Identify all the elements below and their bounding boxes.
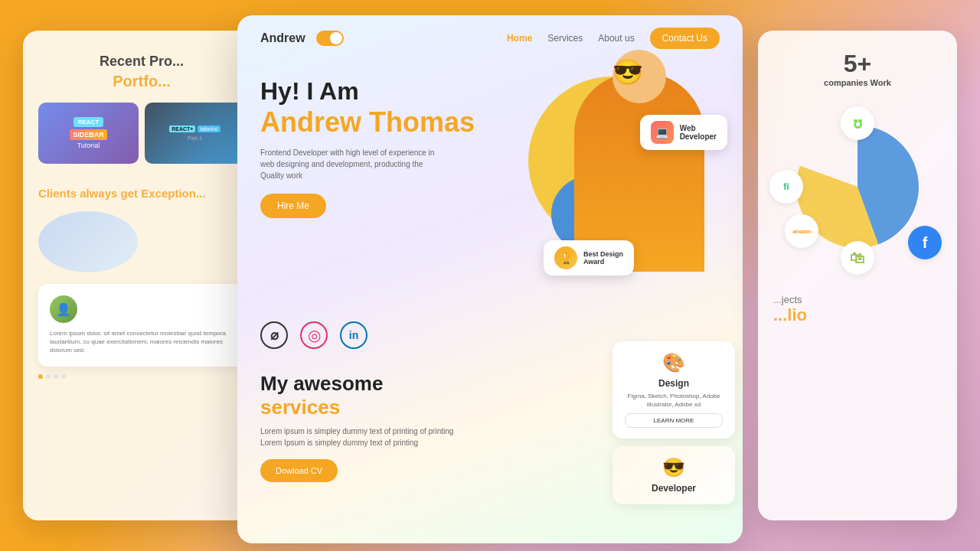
- nav-toggle[interactable]: [316, 31, 344, 46]
- portfolio-label: ...lio: [773, 305, 942, 325]
- sidebar-label: SIDEBAR: [70, 129, 107, 140]
- right-card: 5+ companies Work ʊ fi amazon f: [758, 31, 957, 520]
- person-figure: [567, 57, 712, 272]
- company-logos-section: ʊ fi amazon f 🛍: [773, 103, 942, 271]
- dot-4[interactable]: [61, 374, 66, 379]
- amazon-logo: amazon: [785, 214, 818, 248]
- shopify-logo: 🛍: [841, 241, 874, 275]
- left-card: Recent Pro... Portfo... REACT SIDEBAR Tu…: [23, 31, 260, 520]
- testimonial-avatar: 👤: [50, 295, 77, 323]
- design-desc: Figma, Sketch, Photoshop, Adobe Illustra…: [625, 392, 723, 409]
- fiverr-logo: fi: [769, 170, 803, 204]
- thumbnail-1[interactable]: REACT SIDEBAR Tutorial: [38, 103, 139, 164]
- hero-section: Hy! I Am Andrew Thomas Frontend Develope…: [237, 61, 743, 306]
- dot-1[interactable]: [38, 374, 43, 379]
- web-dev-badge: 💻 Web Developer: [640, 115, 727, 150]
- tutorial-label: Tutorial: [77, 142, 100, 149]
- logo-wrapper: Andrew: [260, 31, 344, 46]
- work-word: Work: [871, 78, 891, 87]
- emoji-sunglasses: 😎: [612, 57, 643, 86]
- developer-title: Developer: [625, 483, 723, 494]
- dot-2[interactable]: [46, 374, 51, 379]
- companies-word: companies: [824, 78, 871, 87]
- nav-link-services[interactable]: Services: [547, 33, 583, 44]
- developer-icon: 😎: [625, 457, 723, 478]
- portfolio-title: Portfo...: [38, 73, 245, 90]
- service-cards-container: 🎨 Design Figma, Sketch, Photoshop, Adobe…: [612, 341, 735, 504]
- react-label: REACT: [74, 117, 104, 127]
- nav-toggle-dot: [330, 32, 342, 44]
- clients-section: Clients always get Exception... 👤 Lorem …: [38, 187, 245, 379]
- recent-projects-title: Recent Pro...: [38, 54, 245, 70]
- hero-description: Frontend Developer with high level of ex…: [260, 147, 444, 181]
- right-bottom: ...jects ...lio: [773, 294, 942, 325]
- center-card: Andrew Home Services About us Contact Us…: [237, 15, 743, 543]
- react-tw: REACT+ tailwind: [169, 126, 220, 132]
- testimonial-card: 👤 Lorem ipsum dolor, sit amet consectetu…: [38, 284, 245, 367]
- hero-image-area: 😎 💻 Web Developer 🏆 Best Design Award: [482, 54, 727, 298]
- logo-orbit: ʊ fi amazon f 🛍: [773, 103, 942, 271]
- facebook-logo: f: [908, 226, 942, 259]
- nav-links: Home Services About us Contact Us: [507, 28, 720, 49]
- thumbnail-2[interactable]: REACT+ tailwind Part-1: [145, 103, 245, 164]
- services-section: My awesome services Lorem ipsum is simpl…: [237, 357, 743, 497]
- testimonial-text: Lorem ipsum dolor, sit amet consectetur …: [50, 329, 234, 355]
- download-cv-button[interactable]: Dowload CV: [260, 459, 338, 482]
- hire-me-button[interactable]: Hire Me: [260, 194, 326, 218]
- projects-label: ...jects: [773, 294, 942, 305]
- design-service-card: 🎨 Design Figma, Sketch, Photoshop, Adobe…: [612, 341, 735, 439]
- design-icon: 🎨: [625, 352, 723, 373]
- web-dev-text: Web Developer: [680, 124, 717, 141]
- clients-title: Clients always get Exception...: [38, 187, 245, 200]
- github-icon[interactable]: ⌀: [260, 321, 288, 349]
- blue-blob-decoration: [38, 211, 138, 272]
- best-design-badge: 🏆 Best Design Award: [544, 240, 634, 276]
- stats-number: 5+: [773, 50, 942, 78]
- dot-3[interactable]: [54, 374, 58, 379]
- learn-more-button[interactable]: LEARN MORE: [625, 413, 723, 428]
- design-title: Design: [625, 378, 723, 389]
- thumbnails-row: REACT SIDEBAR Tutorial REACT+ tailwind P…: [38, 103, 245, 164]
- dots-indicator: [38, 374, 245, 379]
- nav-contact-button[interactable]: Contact Us: [650, 28, 720, 49]
- nav-link-home[interactable]: Home: [507, 33, 532, 44]
- developer-service-card: 😎 Developer: [612, 446, 735, 504]
- services-description: Lorem ipsum is simpley dummy text of pri…: [260, 425, 459, 448]
- upwork-logo: ʊ: [841, 106, 874, 140]
- instagram-icon[interactable]: ◎: [300, 321, 328, 349]
- stats-label: companies Work: [773, 78, 942, 87]
- nav-logo: Andrew: [260, 31, 305, 45]
- linkedin-icon[interactable]: in: [340, 321, 368, 349]
- best-design-text: Best Design Award: [583, 250, 623, 266]
- best-design-icon: 🏆: [554, 246, 577, 269]
- web-dev-icon: 💻: [651, 121, 674, 144]
- nav-link-about[interactable]: About us: [598, 33, 634, 44]
